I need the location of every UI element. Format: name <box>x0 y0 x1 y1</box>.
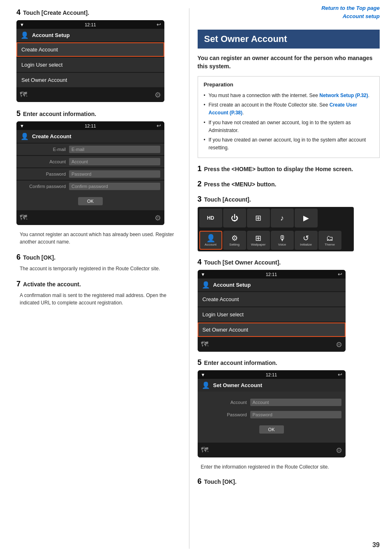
right-step5-header-label: Set Owner Account <box>213 382 262 388</box>
signal-icon4: ▼ <box>201 372 205 377</box>
right-step5-account-row: Account Account <box>198 397 346 408</box>
music-icon: ♪ <box>280 214 284 222</box>
signal-icon2: ▼ <box>20 123 24 128</box>
setting-icon: ⚙ <box>231 234 238 242</box>
account-label: Account <box>21 159 66 164</box>
left-step4-header-label: Account Setup <box>32 32 70 38</box>
create-user-account-link[interactable]: Create User Account (P.38) <box>209 102 357 116</box>
right-step5-password-row: Password Password <box>198 409 346 420</box>
password-input[interactable]: Password <box>69 170 160 178</box>
right-step4: 4 Touch [Set Owner Account]. ▼ 12:11 ↩ 👤… <box>198 258 380 352</box>
initialize-icon: ↺ <box>303 234 309 242</box>
right-step5-ok-btn[interactable]: OK <box>259 425 284 434</box>
prep-item-1: First create an account in the Route Col… <box>204 101 374 117</box>
back-icon4[interactable]: ↩ <box>338 371 342 378</box>
left-step4-row-owner[interactable]: Set Owner Account <box>16 73 164 87</box>
icon-initialize[interactable]: ↺ Initialize <box>295 231 318 250</box>
right-step4-row-login[interactable]: Login User select <box>198 307 346 322</box>
icon-voice[interactable]: 🎙 Voice <box>271 231 294 250</box>
icon-setting[interactable]: ⚙ Setting <box>223 231 246 250</box>
map-icon4: 🗺 <box>201 446 208 455</box>
right-step4-heading: 4 Touch [Set Owner Account]. <box>198 258 380 267</box>
section-title-box: Set Owner Account <box>198 30 380 49</box>
right-step5-header: 👤 Set Owner Account <box>198 379 346 392</box>
icon-nav[interactable]: ▶ <box>295 209 318 227</box>
right-step4-row-create[interactable]: Create Account <box>198 292 346 306</box>
icon-grid-bottom-row: 👤 Account ⚙ Setting ⊞ Wallpaper 🎙 Voice <box>198 229 354 251</box>
right-step5-heading: 5 Enter account information. <box>198 358 380 367</box>
right-step1: 1 Press the <HOME> button to display the… <box>198 165 380 173</box>
account-input[interactable]: Account <box>69 158 160 165</box>
right-step6-heading: 6 Touch [OK]. <box>198 477 380 486</box>
map-icon3: 🗺 <box>201 340 208 349</box>
prep-item-0: You must have a connection with the inte… <box>204 92 374 100</box>
right-step3-num: 3 <box>198 195 202 204</box>
settings-icon4: ⚙ <box>336 446 342 455</box>
left-step5: 5 Enter account information. ▼ 12:11 ↩ 👤… <box>16 109 179 246</box>
confirm-input[interactable]: Confirm password <box>69 183 160 190</box>
voice-icon-label: Voice <box>278 243 286 246</box>
icon-theme[interactable]: 🗂 Theme <box>318 231 341 250</box>
icon-power[interactable]: ⏻ <box>223 209 246 227</box>
icon-wallpaper[interactable]: ⊞ Wallpaper <box>247 231 270 250</box>
left-step4-row-login[interactable]: Login User select <box>16 58 164 72</box>
right-step5-num: 5 <box>198 358 202 367</box>
right-step5-label: Enter account information. <box>204 360 277 366</box>
email-input[interactable]: E-mail <box>69 146 160 153</box>
icon-grid[interactable]: ⊞ <box>247 209 270 227</box>
nav-icon: ▶ <box>303 214 309 222</box>
icon-hd[interactable]: HD <box>199 209 222 227</box>
confirm-label: Confirm password <box>21 184 66 189</box>
left-step5-confirm-row: Confirm password Confirm password <box>16 181 164 192</box>
right-step3-heading: 3 Touch [Account]. <box>198 195 380 204</box>
return-top-link[interactable]: Return to the Top page <box>189 4 380 12</box>
left-step5-password-row: Password Password <box>16 168 164 180</box>
grid-icon: ⊞ <box>255 214 261 222</box>
left-step4-time: 12:11 <box>85 22 96 27</box>
account-icon: 👤 <box>206 234 215 242</box>
prep-item-3: If you have created an owner account, lo… <box>204 136 374 152</box>
back-icon3[interactable]: ↩ <box>338 271 342 277</box>
right-step1-heading: 1 Press the <HOME> button to display the… <box>198 165 380 173</box>
left-step5-ok-btn[interactable]: OK <box>78 197 103 205</box>
icon-account[interactable]: 👤 Account <box>199 231 222 250</box>
user-icon: 👤 <box>21 31 29 39</box>
right-step1-num: 1 <box>198 165 202 173</box>
owner-password-input[interactable]: Password <box>250 411 341 418</box>
settings-icon2: ⚙ <box>154 214 161 223</box>
map-icon: 🗺 <box>20 91 27 100</box>
prep-title: Preparation <box>204 81 374 89</box>
left-step5-bottom: 🗺 ⚙ <box>16 211 164 225</box>
left-step4-row-create[interactable]: Create Account <box>16 42 164 57</box>
left-step5-account-row: Account Account <box>16 156 164 167</box>
right-step5-bottom: 🗺 ⚙ <box>198 443 346 457</box>
right-step4-bottom: 🗺 ⚙ <box>198 338 346 352</box>
network-setup-link[interactable]: Network Setup (P.32) <box>319 93 368 98</box>
hd-icon: HD <box>207 216 214 220</box>
right-step4-row-owner[interactable]: Set Owner Account <box>198 323 346 337</box>
left-step6-num: 6 <box>16 253 21 262</box>
user-icon4: 👤 <box>202 381 210 389</box>
account-setup-link[interactable]: Account setup <box>189 12 380 21</box>
left-step5-header: 👤 Create Account <box>16 130 164 143</box>
password-label: Password <box>21 172 66 176</box>
left-step5-header-label: Create Account <box>32 133 71 139</box>
left-step5-topbar: ▼ 12:11 ↩ <box>16 121 164 130</box>
left-step7-heading: 7 Activate the account. <box>16 280 179 288</box>
left-step5-heading: 5 Enter account information. <box>16 109 179 118</box>
back-icon[interactable]: ↩ <box>157 21 161 28</box>
right-step1-label: Press the <HOME> button to display the H… <box>204 166 353 172</box>
right-step5-time: 12:11 <box>266 372 277 377</box>
left-step6-heading: 6 Touch [OK]. <box>16 253 179 262</box>
icon-grid-top-row: HD ⏻ ⊞ ♪ ▶ <box>198 207 354 229</box>
owner-account-input[interactable]: Account <box>250 399 341 406</box>
back-icon2[interactable]: ↩ <box>157 123 161 129</box>
left-step5-num: 5 <box>16 109 21 118</box>
power-icon: ⏻ <box>231 214 238 222</box>
left-step5-label: Enter account information. <box>23 111 96 117</box>
account-icon-label: Account <box>205 243 217 246</box>
right-step6-label: Touch [OK]. <box>204 478 237 485</box>
icon-music[interactable]: ♪ <box>271 209 294 227</box>
settings-icon: ⚙ <box>154 91 161 100</box>
voice-icon: 🎙 <box>279 234 286 242</box>
